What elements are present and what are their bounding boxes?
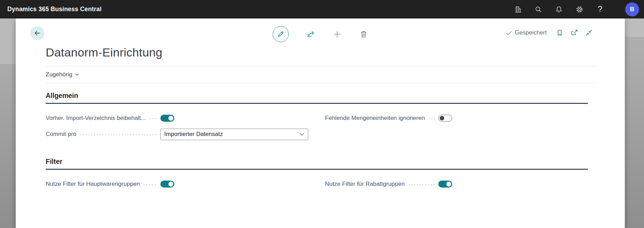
toggle-knob <box>446 182 451 187</box>
open-in-window-icon[interactable] <box>570 29 578 37</box>
field-label: Nutze Filter für Hauptwarengruppen <box>46 181 140 188</box>
toggle-knob <box>168 116 173 121</box>
dotted-leader <box>143 184 157 185</box>
search-icon[interactable] <box>534 5 543 14</box>
action-toolbar <box>273 26 368 42</box>
field-label: Nutze Filter für Rabattgruppen <box>325 181 405 188</box>
field-use-main-group-filter: Nutze Filter für Hauptwarengruppen <box>46 176 174 192</box>
environments-icon[interactable] <box>514 5 522 14</box>
ignore-missing-units-toggle[interactable] <box>438 115 452 122</box>
fields-column-right: Nutze Filter für Rabattgruppen <box>325 176 595 192</box>
save-status: Gespeichert <box>506 29 593 37</box>
section-heading-allgemein: Allgemein <box>46 92 588 104</box>
delete-button[interactable] <box>359 30 368 39</box>
dialog-header: Gespeichert <box>16 18 625 44</box>
dotted-leader <box>79 134 157 135</box>
arrow-left-icon <box>33 29 41 37</box>
section-fields-filter: Nutze Filter für Hauptwarengruppen Nutze… <box>46 176 595 192</box>
pencil-icon <box>277 30 285 38</box>
dotted-leader <box>149 118 157 119</box>
toggle-knob <box>168 182 173 187</box>
fields-column-left: Vorher. Import-Verzeichnis beibehalt... … <box>46 110 308 142</box>
menu-bar: Zugehörig <box>46 66 595 83</box>
dotted-leader <box>427 118 435 119</box>
share-button[interactable] <box>306 30 315 39</box>
field-label: Commit pro <box>46 131 76 138</box>
use-discount-group-filter-toggle[interactable] <box>438 181 452 188</box>
field-use-discount-group-filter: Nutze Filter für Rabattgruppen <box>325 176 452 192</box>
edit-button[interactable] <box>273 26 289 42</box>
related-menu-button[interactable]: Zugehörig <box>46 71 79 78</box>
collapse-icon[interactable] <box>585 29 593 37</box>
avatar-initial: B <box>630 6 634 13</box>
field-label: Vorher. Import-Verzeichnis beibehalt... <box>46 115 146 122</box>
fields-column-left: Nutze Filter für Hauptwarengruppen <box>46 176 308 192</box>
notifications-icon[interactable] <box>555 5 563 14</box>
dotted-leader <box>408 184 435 185</box>
fields-column-right: Fehlende Mengeneinheiten ignorieren <box>325 110 595 126</box>
plus-icon <box>333 30 342 39</box>
trash-icon <box>359 30 368 38</box>
bookmark-icon[interactable] <box>556 29 563 37</box>
field-keep-import-dir: Vorher. Import-Verzeichnis beibehalt... <box>46 110 174 126</box>
chevron-down-icon <box>300 133 304 136</box>
datanorm-setup-dialog: Gespeichert <box>16 18 625 228</box>
chevron-down-icon <box>75 73 79 76</box>
toggle-knob <box>440 116 444 121</box>
new-button[interactable] <box>333 30 342 39</box>
back-button[interactable] <box>30 26 44 40</box>
field-ignore-missing-units: Fehlende Mengeneinheiten ignorieren <box>325 110 452 126</box>
section-fields-allgemein: Vorher. Import-Verzeichnis beibehalt... … <box>46 110 595 142</box>
section-heading-filter: Filter <box>46 158 588 170</box>
related-menu-label: Zugehörig <box>46 71 73 78</box>
page-title: Datanorm-Einrichtung <box>46 44 595 60</box>
dialog-window-controls <box>556 29 593 37</box>
commit-pro-select[interactable]: Importierter Datensatz <box>160 129 308 140</box>
share-icon <box>306 30 315 39</box>
field-commit-pro: Commit pro Importierter Datensatz <box>46 126 308 142</box>
commit-pro-selected-value: Importierter Datensatz <box>164 131 300 138</box>
top-navigation-bar: Dynamics 365 Business Central <box>0 0 644 18</box>
backdrop-left-panel <box>0 18 16 64</box>
topbar-actions: ? B <box>514 0 639 18</box>
use-main-group-filter-toggle[interactable] <box>160 181 174 188</box>
backdrop-right-panel <box>625 18 644 38</box>
app-title[interactable]: Dynamics 365 Business Central <box>7 6 101 13</box>
check-icon <box>506 30 512 36</box>
field-label: Fehlende Mengeneinheiten ignorieren <box>325 115 425 122</box>
settings-icon[interactable] <box>575 5 584 14</box>
account-avatar[interactable]: B <box>625 2 639 16</box>
keep-import-dir-toggle[interactable] <box>160 115 174 122</box>
help-icon[interactable]: ? <box>596 5 604 14</box>
saved-label: Gespeichert <box>515 29 547 36</box>
